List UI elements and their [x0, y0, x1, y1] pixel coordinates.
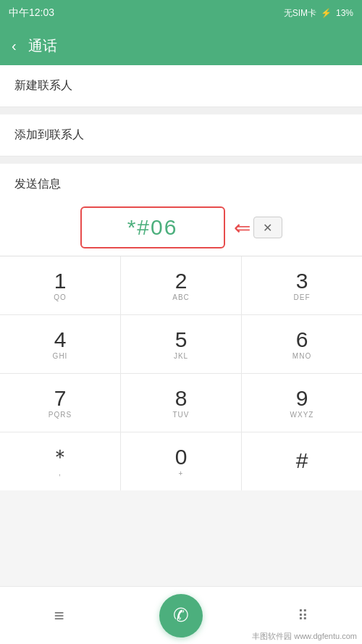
call-button[interactable]: ✆ — [159, 594, 203, 637]
back-button[interactable]: ‹ — [12, 38, 17, 54]
key-8-letters: TUV — [173, 411, 190, 419]
page-title: 通话 — [28, 36, 57, 56]
keypad-row-1: 1 QO 2 ABC 3 DEF — [0, 256, 362, 315]
key-hash-number: # — [296, 450, 308, 472]
key-7-letters: PQRS — [49, 411, 72, 419]
no-sim-text: 无SIM卡 — [284, 7, 316, 20]
key-9-number: 9 — [296, 388, 308, 409]
menu-section: 新建联系人 添加到联系人 发送信息 — [0, 65, 362, 199]
key-3[interactable]: 3 DEF — [242, 256, 362, 314]
display-input-box: *#06 — [80, 206, 225, 248]
key-9[interactable]: 9 WXYZ — [242, 374, 362, 432]
key-hash[interactable]: # — [242, 432, 362, 490]
grid-icon: ⠿ — [298, 607, 308, 624]
arrow-icon: ⇐ — [234, 216, 251, 240]
key-2[interactable]: 2 ABC — [121, 256, 242, 314]
key-2-number: 2 — [175, 270, 188, 292]
key-9-letters: WXYZ — [290, 411, 314, 419]
key-1-letters: QO — [54, 293, 67, 301]
watermark: 丰图软件园 www.dgfentu.com — [250, 630, 359, 643]
key-4-letters: GHI — [53, 352, 68, 360]
display-number: *#06 — [127, 215, 178, 239]
new-contact-item[interactable]: 新建联系人 — [0, 65, 362, 107]
call-icon: ✆ — [173, 604, 189, 627]
key-star-letters: , — [59, 469, 62, 477]
key-4[interactable]: 4 GHI — [0, 315, 121, 373]
key-0-number: 0 — [175, 446, 188, 468]
keypad-row-4: ＊ , 0 + # — [0, 432, 362, 490]
charging-icon: ⚡ — [321, 8, 332, 18]
key-8-number: 8 — [175, 388, 188, 409]
battery-text: 13% — [336, 8, 353, 18]
key-6[interactable]: 6 MNO — [242, 315, 362, 373]
header: ‹ 通话 — [0, 26, 362, 65]
display-area: *#06 ⇐ ✕ — [0, 199, 362, 256]
send-message-item[interactable]: 发送信息 — [0, 164, 362, 199]
section-divider-2 — [0, 156, 362, 164]
key-0[interactable]: 0 + — [121, 432, 242, 490]
add-to-contact-item[interactable]: 添加到联系人 — [0, 114, 362, 156]
backspace-icon: ✕ — [263, 221, 272, 235]
key-3-letters: DEF — [294, 293, 311, 301]
key-3-number: 3 — [296, 270, 308, 292]
key-star[interactable]: ＊ , — [0, 432, 121, 490]
key-6-letters: MNO — [292, 352, 311, 360]
key-1[interactable]: 1 QO — [0, 256, 121, 314]
key-2-letters: ABC — [172, 293, 190, 301]
menu-icon-button[interactable]: ≡ — [41, 598, 77, 634]
keypad: 1 QO 2 ABC 3 DEF 4 GHI 5 JKL 6 MNO 7 PQR… — [0, 256, 362, 490]
key-0-letters: + — [179, 469, 184, 477]
key-4-number: 4 — [54, 329, 67, 351]
key-6-number: 6 — [296, 329, 308, 351]
backspace-area: ⇐ ✕ — [234, 216, 282, 240]
hamburger-icon: ≡ — [54, 606, 64, 626]
keypad-icon-button[interactable]: ⠿ — [285, 598, 321, 634]
key-star-number: ＊ — [50, 447, 70, 467]
backspace-button[interactable]: ✕ — [253, 217, 282, 238]
key-7[interactable]: 7 PQRS — [0, 374, 121, 432]
key-5-number: 5 — [175, 329, 188, 351]
key-1-number: 1 — [54, 270, 67, 292]
section-divider-1 — [0, 107, 362, 114]
status-icons: 无SIM卡 ⚡ 13% — [284, 7, 353, 20]
key-8[interactable]: 8 TUV — [121, 374, 242, 432]
key-5[interactable]: 5 JKL — [121, 315, 242, 373]
keypad-row-3: 7 PQRS 8 TUV 9 WXYZ — [0, 374, 362, 432]
status-time: 中午12:03 — [9, 7, 54, 20]
status-bar: 中午12:03 无SIM卡 ⚡ 13% — [0, 0, 362, 26]
keypad-row-2: 4 GHI 5 JKL 6 MNO — [0, 315, 362, 374]
key-5-letters: JKL — [174, 352, 188, 360]
key-7-number: 7 — [54, 388, 67, 409]
